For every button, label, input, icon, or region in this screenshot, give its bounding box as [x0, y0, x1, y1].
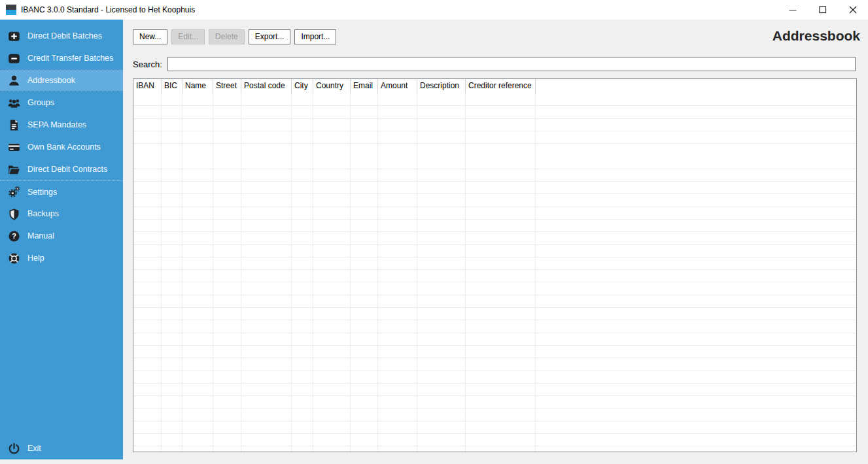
sidebar-item-manual[interactable]: ? Manual	[0, 225, 123, 247]
search-label: Search:	[133, 59, 162, 69]
grid-column-line	[350, 93, 351, 452]
sidebar-nav: Direct Debit Batches Credit Transfer Bat…	[0, 20, 123, 269]
sidebar-item-label: Direct Debit Batches	[27, 31, 102, 41]
sidebar-item-label: Backups	[27, 209, 59, 218]
people-icon	[8, 97, 21, 109]
sidebar-item-direct-debit-batches[interactable]: Direct Debit Batches	[0, 25, 123, 47]
search-row: Search:	[133, 57, 856, 71]
sidebar-item-settings[interactable]: Settings	[0, 180, 123, 203]
sidebar-item-label: Exit	[27, 444, 41, 453]
grid-column-line	[417, 93, 417, 452]
new-button[interactable]: New...	[133, 29, 167, 44]
lifebuoy-icon	[8, 252, 21, 265]
window-title: IBANC 3.0.0 Standard - Licensed to Het K…	[21, 5, 778, 14]
column-header-street[interactable]: Street	[213, 79, 241, 93]
column-header-amount[interactable]: Amount	[378, 79, 417, 93]
table-body[interactable]	[133, 93, 856, 452]
sidebar-item-label: Direct Debit Contracts	[27, 165, 107, 174]
sidebar-item-help[interactable]: Help	[0, 247, 123, 269]
credit-card-icon	[8, 141, 21, 154]
grid-column-line	[313, 93, 313, 452]
open-folder-icon	[8, 163, 21, 176]
column-header-description[interactable]: Description	[417, 79, 466, 93]
column-header-email[interactable]: Email	[351, 79, 378, 93]
sidebar-item-label: Groups	[27, 98, 54, 107]
sidebar-item-groups[interactable]: Groups	[0, 91, 123, 114]
close-button[interactable]	[838, 0, 868, 20]
delete-button[interactable]: Delete	[209, 29, 245, 44]
minus-badge-icon	[8, 52, 21, 65]
search-input[interactable]	[167, 57, 856, 71]
grid-column-line	[241, 93, 241, 452]
table-header: IBAN BIC Name Street Postal code City Co…	[133, 79, 856, 93]
sidebar-item-own-bank-accounts[interactable]: Own Bank Accounts	[0, 136, 123, 158]
sidebar-item-backups[interactable]: Backups	[0, 203, 123, 225]
addressbook-table: IBAN BIC Name Street Postal code City Co…	[133, 78, 857, 452]
grid-column-line	[161, 93, 162, 452]
column-header-creditor-reference[interactable]: Creditor reference	[466, 79, 536, 93]
document-icon	[8, 119, 21, 131]
power-icon	[8, 442, 21, 455]
sidebar-item-addressbook[interactable]: Addressbook	[0, 69, 123, 91]
grid-column-line	[535, 93, 536, 452]
maximize-icon	[819, 6, 827, 14]
window-controls	[778, 0, 868, 20]
export-button[interactable]: Export...	[249, 29, 291, 44]
gears-icon	[8, 186, 21, 198]
app-logo-icon	[6, 5, 16, 15]
sidebar-item-label: Addressbook	[27, 76, 75, 85]
person-icon	[8, 75, 21, 87]
main-content: New... Edit... Delete Export... Import..…	[123, 20, 868, 464]
plus-badge-icon	[8, 30, 21, 42]
sidebar-item-label: Credit Transfer Batches	[27, 54, 113, 63]
column-header-country[interactable]: Country	[313, 79, 351, 93]
grid-column-line	[377, 93, 378, 452]
edit-button[interactable]: Edit...	[171, 29, 205, 44]
column-header-iban[interactable]: IBAN	[133, 79, 162, 93]
page-title: Addressbook	[773, 28, 860, 44]
sidebar-item-label: SEPA Mandates	[27, 120, 86, 129]
grid-column-line	[465, 93, 466, 452]
import-button[interactable]: Import...	[294, 29, 336, 44]
sidebar-item-label: Own Bank Accounts	[27, 142, 101, 152]
sidebar-item-exit[interactable]: Exit	[0, 437, 123, 459]
sidebar-item-sepa-mandates[interactable]: SEPA Mandates	[0, 114, 123, 136]
maximize-button[interactable]	[808, 0, 838, 20]
question-circle-icon: ?	[8, 230, 21, 242]
sidebar: Direct Debit Batches Credit Transfer Bat…	[0, 20, 123, 459]
sidebar-item-label: Settings	[27, 188, 57, 197]
sidebar-item-credit-transfer-batches[interactable]: Credit Transfer Batches	[0, 47, 123, 69]
sidebar-item-label: Help	[27, 254, 44, 263]
grid-column-line	[213, 93, 213, 452]
column-header-city[interactable]: City	[292, 79, 313, 93]
grid-column-line	[291, 93, 292, 452]
close-icon	[849, 6, 857, 14]
sidebar-item-direct-debit-contracts[interactable]: Direct Debit Contracts	[0, 158, 123, 180]
grid-column-line	[182, 93, 182, 452]
column-header-bic[interactable]: BIC	[162, 79, 182, 93]
shield-icon	[8, 208, 21, 220]
minimize-icon	[789, 6, 797, 14]
app-window: IBANC 3.0.0 Standard - Licensed to Het K…	[0, 0, 868, 464]
column-header-postal-code[interactable]: Postal code	[241, 79, 292, 93]
titlebar: IBANC 3.0.0 Standard - Licensed to Het K…	[0, 0, 868, 20]
toolbar: New... Edit... Delete Export... Import..…	[133, 29, 336, 44]
sidebar-item-label: Manual	[27, 231, 54, 240]
svg-text:?: ?	[12, 232, 16, 240]
minimize-button[interactable]	[778, 0, 808, 20]
column-header-name[interactable]: Name	[182, 79, 213, 93]
